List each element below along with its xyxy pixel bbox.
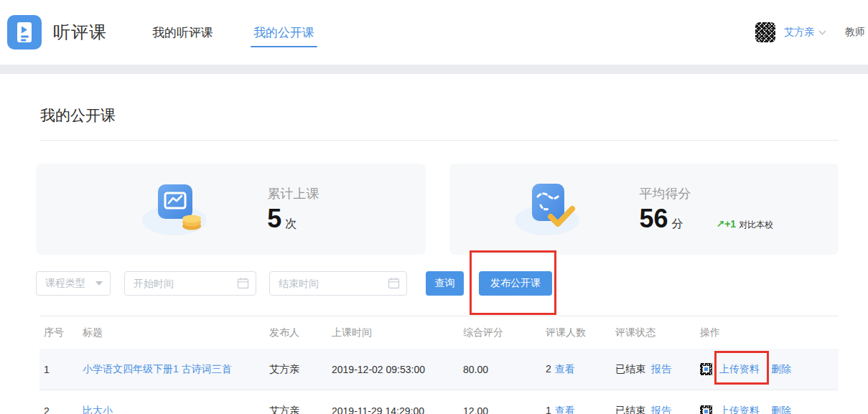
stat-value: 5: [267, 204, 281, 233]
stat-unit: 分: [671, 217, 683, 230]
col-publisher: 发布人: [269, 326, 332, 339]
compare-school-label: 对比本校: [739, 220, 773, 230]
col-operations: 操作: [696, 326, 839, 339]
stat-value: 56: [639, 204, 668, 233]
publish-open-class-button[interactable]: 发布公开课: [479, 271, 552, 296]
score: 80.00: [463, 364, 546, 375]
col-score: 综合评分: [463, 326, 546, 339]
tab-my-public-classes[interactable]: 我的公开课: [253, 24, 314, 41]
title-divider: [40, 140, 839, 141]
qr-code-icon[interactable]: [700, 363, 712, 375]
user-role-label: 教师: [845, 26, 865, 39]
row-index: 2: [39, 405, 83, 414]
stat-cards: 累计上课 5次 平均得分: [36, 164, 839, 255]
table-row: 1 小学语文四年级下册1 古诗词三首 艾方亲 2019-12-02 09:53:…: [39, 349, 839, 390]
start-time-input[interactable]: [124, 271, 256, 296]
user-area: 艾方亲 教师: [755, 22, 865, 42]
col-reviewers: 评课人数: [546, 326, 615, 339]
class-time: 2019-12-02 09:53:00: [332, 364, 463, 375]
view-reviewers-link[interactable]: 查看: [555, 363, 575, 375]
reviewer-count: 1: [546, 405, 551, 414]
caret-down-icon: [95, 281, 103, 286]
view-reviewers-link[interactable]: 查看: [555, 405, 575, 414]
query-button[interactable]: 查询: [426, 271, 464, 296]
page-background-strip: [0, 65, 868, 74]
reviewer-count: 2: [546, 363, 551, 375]
upload-material-link[interactable]: 上传资料: [719, 405, 760, 414]
upload-material-link[interactable]: 上传资料: [719, 363, 760, 375]
delete-link[interactable]: 删除: [771, 363, 791, 376]
chevron-down-icon[interactable]: [818, 30, 826, 35]
col-status: 评课状态: [615, 326, 696, 339]
end-time-input[interactable]: [269, 271, 407, 296]
stat-card-average-score: 平均得分 56分↗+1对比本校: [449, 164, 839, 255]
status-text: 已结束: [615, 405, 645, 414]
table-row: 2 比大小 艾方亲 2019-11-29 14:29:00 12.00 1查看 …: [39, 390, 839, 414]
class-title-link[interactable]: 比大小: [83, 405, 113, 414]
qr-code-icon[interactable]: [700, 405, 712, 414]
stat-average-score-text: 平均得分 56分↗+1对比本校: [639, 185, 773, 234]
class-board-coins-icon: [142, 182, 211, 237]
class-title-link[interactable]: 小学语文四年级下册1 古诗词三首: [83, 363, 232, 375]
filter-bar: 课程类型: [36, 271, 839, 296]
col-index: 序号: [39, 326, 83, 339]
stat-card-total-classes: 累计上课 5次: [36, 164, 426, 255]
status-text: 已结束: [615, 363, 645, 375]
score: 12.00: [463, 405, 546, 414]
top-bar: 听评课 我的听评课 我的公开课 艾方亲 教师: [0, 0, 868, 65]
user-name[interactable]: 艾方亲: [784, 26, 814, 39]
stat-label: 平均得分: [639, 185, 773, 202]
app-logo-icon: [7, 15, 42, 50]
delete-link[interactable]: 删除: [771, 405, 791, 414]
stat-total-classes-text: 累计上课 5次: [267, 185, 319, 234]
course-type-select[interactable]: 课程类型: [36, 271, 111, 296]
page-title: 我的公开课: [40, 105, 839, 126]
stat-label: 累计上课: [267, 185, 319, 202]
trend-up-arrow-icon: ↗: [716, 218, 724, 230]
user-avatar[interactable]: [755, 22, 775, 42]
tab-my-listening-classes[interactable]: 我的听评课: [152, 24, 213, 41]
col-time: 上课时间: [332, 326, 463, 339]
stat-unit: 次: [285, 217, 297, 230]
score-trend: ↗+1对比本校: [716, 220, 773, 230]
row-index: 1: [39, 364, 83, 375]
report-link[interactable]: 报告: [651, 405, 671, 414]
score-check-icon: [514, 182, 583, 237]
col-title: 标题: [83, 326, 269, 339]
app-title: 听评课: [53, 21, 107, 44]
publisher: 艾方亲: [269, 363, 332, 376]
trend-value: +1: [724, 218, 736, 230]
course-type-placeholder: 课程类型: [45, 277, 95, 290]
report-link[interactable]: 报告: [651, 363, 671, 375]
table-header-row: 序号 标题 发布人 上课时间 综合评分 评课人数 评课状态 操作: [39, 316, 839, 349]
publisher: 艾方亲: [269, 405, 332, 414]
main-content: 我的公开课 累计上课: [0, 105, 868, 414]
open-class-table: 序号 标题 发布人 上课时间 综合评分 评课人数 评课状态 操作 1 小学语文四…: [39, 316, 839, 414]
class-time: 2019-11-29 14:29:00: [332, 405, 463, 414]
